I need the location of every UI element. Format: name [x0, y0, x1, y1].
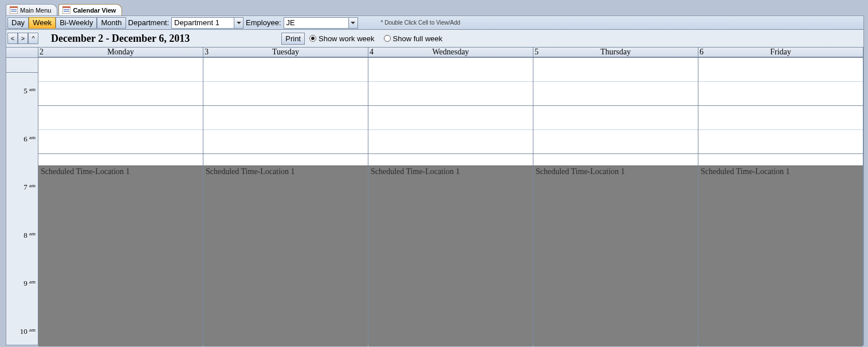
svg-rect-7	[64, 11, 69, 12]
dropdown-icon[interactable]	[348, 18, 358, 28]
department-label: Department:	[126, 18, 172, 27]
day-number: 4	[370, 48, 374, 57]
calendar-grid: 5 am 6 am 7 am 8 am 9 am 10 am 2MondaySc…	[6, 47, 863, 345]
time-cells: Scheduled Time-Location 1	[368, 58, 533, 346]
day-column: 2MondayScheduled Time-Location 1	[38, 48, 203, 345]
day-name: Tuesday	[272, 48, 299, 57]
day-number: 3	[205, 48, 209, 57]
appointment-block[interactable]: Scheduled Time-Location 1	[368, 165, 533, 346]
time-cell[interactable]	[203, 106, 368, 130]
time-gutter: 5 am 6 am 7 am 8 am 9 am 10 am	[6, 48, 38, 345]
day-number: 5	[535, 48, 539, 57]
hint-text: * Double Click Cell to View/Add	[381, 19, 461, 26]
form-icon	[62, 6, 70, 14]
time-cell[interactable]	[698, 82, 863, 106]
svg-rect-3	[11, 11, 17, 12]
tab-calendar-view[interactable]: Calendar View	[58, 4, 122, 15]
time-cell[interactable]	[368, 106, 533, 130]
tab-label: Main Menu	[20, 7, 51, 14]
radio-icon	[309, 35, 316, 42]
day-number: 6	[700, 48, 704, 57]
day-name: Wednesday	[432, 48, 469, 57]
view-toolbar: Day Week Bi-Weekly Month Department: Emp…	[6, 16, 863, 30]
radio-label: Show work week	[319, 34, 375, 43]
nav-bar: < > ^ December 2 - December 6, 2013 Prin…	[6, 30, 863, 47]
print-button[interactable]: Print	[281, 33, 305, 45]
time-9am: 9 am	[23, 279, 36, 288]
employee-combo[interactable]	[284, 17, 358, 29]
tab-label: Calendar View	[73, 7, 116, 14]
form-icon	[10, 6, 18, 14]
time-cell[interactable]	[368, 82, 533, 106]
time-cells: Scheduled Time-Location 1	[698, 58, 863, 346]
view-week-button[interactable]: Week	[29, 17, 56, 29]
day-header[interactable]: 2Monday	[38, 48, 203, 57]
time-cell[interactable]	[533, 82, 698, 106]
day-name: Thursday	[600, 48, 631, 57]
time-5am: 5 am	[23, 86, 36, 96]
time-cell[interactable]	[698, 106, 863, 130]
time-cell[interactable]	[698, 130, 863, 154]
time-cell[interactable]	[368, 58, 533, 82]
day-column: 6FridayScheduled Time-Location 1	[698, 48, 863, 345]
appointment-block[interactable]: Scheduled Time-Location 1	[203, 165, 368, 346]
time-6am: 6 am	[23, 135, 36, 144]
prev-button[interactable]: <	[7, 33, 18, 44]
svg-rect-1	[10, 6, 18, 8]
time-cell[interactable]	[203, 58, 368, 82]
time-cell[interactable]	[533, 106, 698, 130]
time-cell[interactable]	[533, 130, 698, 154]
time-cells: Scheduled Time-Location 1	[203, 58, 368, 346]
time-7am: 7 am	[23, 183, 36, 192]
view-day-button[interactable]: Day	[7, 17, 29, 29]
day-header[interactable]: 4Wednesday	[368, 48, 533, 57]
time-cell[interactable]	[203, 82, 368, 106]
day-header[interactable]: 6Friday	[698, 48, 863, 57]
time-cell[interactable]	[38, 130, 203, 154]
day-name: Friday	[770, 48, 791, 57]
day-column: 3TuesdayScheduled Time-Location 1	[203, 48, 368, 345]
day-header[interactable]: 5Thursday	[533, 48, 698, 57]
svg-rect-2	[11, 9, 17, 10]
up-button[interactable]: ^	[28, 33, 38, 44]
tab-strip: Main Menu Calendar View	[6, 3, 868, 15]
day-header[interactable]: 3Tuesday	[203, 48, 368, 57]
time-cell[interactable]	[38, 58, 203, 82]
time-cell[interactable]	[38, 106, 203, 130]
time-cell[interactable]	[38, 82, 203, 106]
radio-full-week[interactable]: Show full week	[384, 34, 443, 43]
appointment-block[interactable]: Scheduled Time-Location 1	[38, 165, 203, 346]
view-biweekly-button[interactable]: Bi-Weekly	[56, 17, 97, 29]
time-cells: Scheduled Time-Location 1	[533, 58, 698, 346]
appointment-block[interactable]: Scheduled Time-Location 1	[698, 165, 863, 346]
calendar-content: Day Week Bi-Weekly Month Department: Emp…	[6, 15, 864, 345]
time-cell[interactable]	[368, 130, 533, 154]
day-name: Monday	[107, 48, 134, 57]
radio-label: Show full week	[393, 34, 443, 43]
time-cell[interactable]	[203, 130, 368, 154]
svg-rect-6	[64, 9, 69, 10]
svg-rect-5	[62, 6, 70, 8]
date-range-title: December 2 - December 6, 2013	[51, 33, 190, 45]
dropdown-icon[interactable]	[234, 18, 243, 28]
time-8am: 8 am	[23, 231, 36, 240]
day-column: 5ThursdayScheduled Time-Location 1	[533, 48, 698, 345]
appointment-block[interactable]: Scheduled Time-Location 1	[533, 165, 698, 346]
next-button[interactable]: >	[18, 33, 28, 44]
radio-work-week[interactable]: Show work week	[309, 34, 375, 43]
time-cells: Scheduled Time-Location 1	[38, 58, 203, 346]
time-10am: 10 am	[20, 327, 36, 336]
view-month-button[interactable]: Month	[97, 17, 125, 29]
day-column: 4WednesdayScheduled Time-Location 1	[368, 48, 533, 345]
department-combo[interactable]	[171, 17, 243, 29]
time-cell[interactable]	[533, 58, 698, 82]
day-columns: 2MondayScheduled Time-Location 13Tuesday…	[38, 48, 863, 345]
time-cell[interactable]	[698, 58, 863, 82]
department-input[interactable]	[172, 18, 234, 28]
tab-main-menu[interactable]: Main Menu	[6, 4, 57, 15]
employee-input[interactable]	[284, 18, 348, 28]
employee-label: Employee:	[243, 18, 283, 27]
radio-icon	[384, 35, 391, 42]
day-number: 2	[40, 48, 44, 57]
